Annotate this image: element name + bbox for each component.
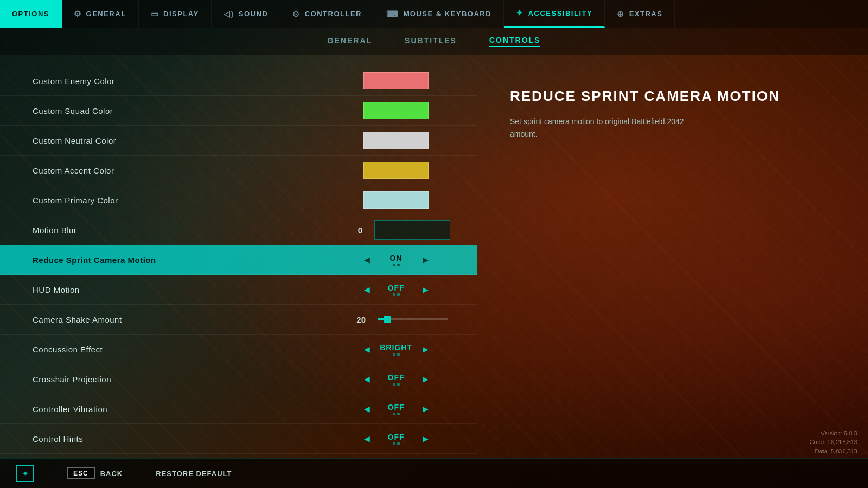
dot-1 <box>393 264 395 266</box>
info-title: REDUCE SPRINT CAMERA MOTION <box>510 88 841 105</box>
value-container-hud: OFF <box>380 284 412 296</box>
dot-2 <box>397 413 400 415</box>
nav-item-options[interactable]: OPTIONS <box>0 0 62 28</box>
subnav-subtitles[interactable]: SUBTITLES <box>405 36 457 47</box>
nav-item-mouse-keyboard[interactable]: ⌨ MOUSE & KEYBOARD <box>374 0 504 28</box>
camera-shake-slider[interactable] <box>378 318 448 320</box>
nav-mouse-label: MOUSE & KEYBOARD <box>403 10 492 18</box>
gear-bottom-icon: ✦ <box>16 465 34 482</box>
color-swatch-neutral[interactable] <box>363 132 429 149</box>
gear-icon: ⚙ <box>74 9 82 19</box>
setting-label-camera-shake: Camera Shake Amount <box>33 315 342 324</box>
setting-label-hud-motion: HUD Motion <box>33 285 342 294</box>
reduce-sprint-value: ON <box>380 254 412 262</box>
setting-label-motion-blur: Motion Blur <box>33 226 341 235</box>
top-nav: OPTIONS ⚙ GENERAL ▭ DISPLAY ◁) SOUND ⊙ C… <box>0 0 868 28</box>
setting-row-concussion-effect[interactable]: Concussion Effect ◀ BRIGHT ▶ <box>0 335 477 364</box>
back-label: BACK <box>100 470 123 478</box>
slider-thumb[interactable] <box>384 316 391 323</box>
nav-sound-label: SOUND <box>239 10 268 18</box>
separator-2 <box>139 465 139 481</box>
setting-row-custom-enemy-color[interactable]: Custom Enemy Color <box>0 66 477 96</box>
color-swatch-squad[interactable] <box>363 102 429 119</box>
setting-value-control-hints: ◀ OFF ▶ <box>342 432 450 445</box>
motion-blur-input[interactable] <box>374 220 450 240</box>
restore-default-button[interactable]: RESTORE DEFAULT <box>156 470 232 478</box>
setting-label-custom-accent-color: Custom Accent Color <box>33 166 342 175</box>
setting-row-custom-squad-color[interactable]: Custom Squad Color <box>0 96 477 126</box>
nav-general-label: GENERAL <box>86 10 126 18</box>
setting-label-custom-enemy-color: Custom Enemy Color <box>33 76 342 86</box>
version-line1: Version: 5.0.0 <box>810 429 857 438</box>
setting-row-hud-motion[interactable]: HUD Motion ◀ OFF ▶ <box>0 275 477 305</box>
setting-value-enemy-color <box>342 72 450 89</box>
arrow-left-hints[interactable]: ◀ <box>360 432 373 445</box>
hints-value: OFF <box>380 433 412 441</box>
nav-item-general[interactable]: ⚙ GENERAL <box>62 0 139 28</box>
color-swatch-enemy[interactable] <box>363 72 429 89</box>
setting-value-primary-color <box>342 191 450 209</box>
nav-item-sound[interactable]: ◁) SOUND <box>212 0 280 28</box>
reduce-sprint-dots <box>393 264 400 266</box>
esc-key-badge: ESC <box>67 467 95 479</box>
arrow-right-crosshair[interactable]: ▶ <box>419 373 432 386</box>
arrow-right-hints[interactable]: ▶ <box>419 432 432 445</box>
nav-item-extras[interactable]: ⊕ EXTRAS <box>605 0 675 28</box>
setting-row-camera-shake[interactable]: Camera Shake Amount 20 <box>0 305 477 335</box>
nav-item-display[interactable]: ▭ DISPLAY <box>139 0 212 28</box>
hud-motion-value: OFF <box>380 284 412 292</box>
setting-row-control-hints[interactable]: Control Hints ◀ OFF ▶ <box>0 424 477 454</box>
setting-value-crosshair: ◀ OFF ▶ <box>342 373 450 386</box>
nav-display-label: DISPLAY <box>163 10 199 18</box>
crosshair-value: OFF <box>380 373 412 382</box>
arrow-right-hud[interactable]: ▶ <box>419 283 432 296</box>
setting-value-controller-vibration: ◀ OFF ▶ <box>342 402 450 415</box>
setting-row-custom-primary-color[interactable]: Custom Primary Color <box>0 185 477 215</box>
settings-panel[interactable]: Custom Enemy Color Custom Squad Color Cu… <box>0 55 477 458</box>
dot-2 <box>397 264 400 266</box>
version-line3: Data: 5,036,313 <box>810 447 857 456</box>
vibration-dots <box>393 413 400 415</box>
display-icon: ▭ <box>151 9 159 19</box>
motion-blur-numeric: 0 <box>341 226 362 235</box>
arrow-left-vibration[interactable]: ◀ <box>360 402 373 415</box>
subnav-controls[interactable]: CONTROLS <box>489 36 541 47</box>
dot-2 <box>397 442 400 445</box>
setting-row-custom-accent-color[interactable]: Custom Accent Color <box>0 156 477 185</box>
arrow-right-concussion[interactable]: ▶ <box>419 343 432 356</box>
setting-row-motion-blur[interactable]: Motion Blur 0 <box>0 215 477 245</box>
color-swatch-accent[interactable] <box>363 162 429 179</box>
color-swatch-primary[interactable] <box>363 191 429 209</box>
back-button[interactable]: ESC BACK <box>67 467 123 479</box>
subnav-general[interactable]: GENERAL <box>328 36 372 47</box>
value-container-concussion: BRIGHT <box>380 343 412 356</box>
setting-value-accent-color <box>342 162 450 179</box>
nav-accessibility-label: ACCESSIBILITY <box>528 9 592 17</box>
nav-item-accessibility[interactable]: ✦ ACCESSIBILITY <box>504 0 605 28</box>
setting-label-custom-primary-color: Custom Primary Color <box>33 196 342 205</box>
restore-label: RESTORE DEFAULT <box>156 470 232 478</box>
setting-value-squad-color <box>342 102 450 119</box>
arrow-left-hud[interactable]: ◀ <box>360 283 373 296</box>
setting-value-reduce-sprint: ◀ ON ▶ <box>342 253 450 266</box>
setting-row-custom-neutral-color[interactable]: Custom Neutral Color <box>0 126 477 156</box>
dot-1 <box>393 293 395 296</box>
value-container-crosshair: OFF <box>380 373 412 386</box>
setting-row-reduce-sprint-camera-motion[interactable]: Reduce Sprint Camera Motion ◀ ON ▶ <box>0 245 477 275</box>
setting-value-hud-motion: ◀ OFF ▶ <box>342 283 450 296</box>
sub-nav: GENERAL SUBTITLES CONTROLS <box>0 28 868 55</box>
setting-row-crosshair-projection[interactable]: Crosshair Projection ◀ OFF ▶ <box>0 364 477 394</box>
arrow-right-reduce-sprint[interactable]: ▶ <box>419 253 432 266</box>
hud-dots <box>393 293 400 296</box>
nav-item-controller[interactable]: ⊙ CONTROLLER <box>280 0 374 28</box>
setting-row-controller-vibration[interactable]: Controller Vibration ◀ OFF ▶ <box>0 394 477 424</box>
value-container-hints: OFF <box>380 433 412 445</box>
arrow-right-vibration[interactable]: ▶ <box>419 402 432 415</box>
arrow-left-concussion[interactable]: ◀ <box>360 343 373 356</box>
arrow-left-reduce-sprint[interactable]: ◀ <box>360 253 373 266</box>
arrow-left-crosshair[interactable]: ◀ <box>360 373 373 386</box>
dot-2 <box>397 353 400 356</box>
setting-value-motion-blur: 0 <box>341 220 450 240</box>
crosshair-dots <box>393 383 400 386</box>
nav-extras-label: EXTRAS <box>629 10 663 18</box>
